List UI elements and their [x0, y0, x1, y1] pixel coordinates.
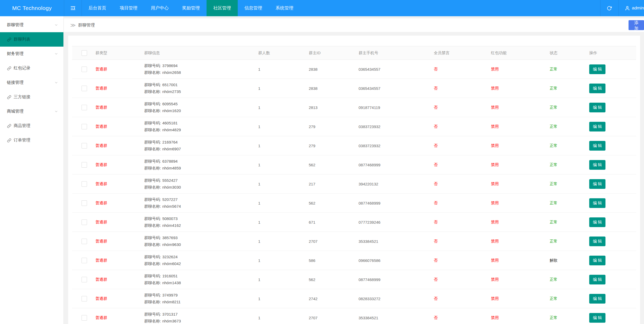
select-all-checkbox[interactable] [82, 50, 87, 56]
nav-item[interactable]: 奖励管理 [175, 0, 207, 16]
menu-toggle-button[interactable] [64, 0, 82, 16]
owner-id-cell: 2742 [309, 289, 359, 308]
status-text: 正常 [550, 162, 558, 167]
owner-phone-cell: 0966076586 [359, 251, 434, 270]
group-name-label: 群聊名称: [144, 166, 161, 170]
nav-item[interactable]: 信息管理 [238, 0, 269, 16]
sidebar-group[interactable]: 财务管理 [0, 47, 63, 61]
group-no-label: 群聊号码: [144, 274, 161, 278]
edit-button[interactable]: 编 辑 [589, 141, 605, 151]
group-info-cell: 群聊号码:5080073 群聊名称:nhóm4162 [144, 213, 258, 232]
owner-id-cell: 217 [309, 174, 359, 194]
app-logo: MC Technology [0, 0, 64, 16]
sidebar-group[interactable]: 商城管理 [0, 104, 63, 119]
group-no-value: 3749979 [162, 293, 177, 297]
group-name-value: nhóm4162 [162, 223, 181, 228]
members-cell: 1 [258, 251, 309, 270]
nav-item[interactable]: 后台首页 [82, 0, 113, 16]
edit-button[interactable]: 编 辑 [589, 275, 605, 284]
sidebar-item[interactable]: 商品管理 [0, 119, 63, 133]
row-checkbox[interactable] [82, 200, 87, 206]
group-no-value: 2169764 [162, 140, 177, 144]
sidebar-item[interactable]: 群聊列表 [0, 32, 63, 47]
status-text: 解散 [550, 258, 558, 262]
edit-button[interactable]: 编 辑 [589, 294, 605, 304]
row-checkbox[interactable] [82, 143, 87, 149]
group-type: 普通群 [95, 105, 107, 109]
group-name-label: 群聊名称: [144, 300, 161, 304]
members-cell: 1 [258, 98, 309, 117]
group-type: 普通群 [95, 239, 107, 243]
red-packet-value: 禁用 [491, 258, 499, 262]
red-packet-value: 禁用 [491, 143, 499, 148]
nav-item[interactable]: 社区管理 [207, 0, 238, 16]
row-checkbox[interactable] [82, 219, 87, 225]
edit-button[interactable]: 编 辑 [589, 198, 605, 208]
sidebar-group[interactable]: 链接管理 [0, 75, 63, 90]
col-header-owner-phone: 群主手机号 [359, 46, 434, 60]
table-row: 普通群 群聊号码:3749979 群聊名称:nhóm8211 1 2742 08… [72, 289, 636, 308]
row-checkbox[interactable] [82, 67, 87, 72]
red-packet-value: 禁用 [491, 105, 499, 109]
mute-all-value: 否 [434, 296, 438, 301]
edit-button[interactable]: 编 辑 [589, 64, 605, 74]
sidebar-item[interactable]: 红包记录 [0, 61, 63, 75]
add-group-button[interactable]: 添加群 [629, 20, 644, 30]
group-no-value: 6378894 [162, 159, 177, 163]
edit-button[interactable]: 编 辑 [589, 160, 605, 170]
sidebar-item[interactable]: 三方链接 [0, 90, 63, 104]
table-row: 普通群 群聊号码:3701317 群聊名称:nhóm3673 1 2707 35… [72, 308, 636, 324]
owner-phone-cell: 0828333272 [359, 289, 434, 308]
sidebar-item[interactable]: 订单管理 [0, 133, 63, 147]
row-checkbox[interactable] [82, 239, 87, 244]
row-checkbox[interactable] [82, 277, 87, 282]
edit-button[interactable]: 编 辑 [589, 256, 605, 265]
members-cell: 1 [258, 232, 309, 251]
group-name-label: 群聊名称: [144, 108, 161, 113]
sidebar-group[interactable]: 群聊管理 [0, 18, 63, 32]
nav-item[interactable]: 用户中心 [144, 0, 175, 16]
chevron-down-icon [54, 52, 58, 56]
owner-id-cell: 2838 [309, 79, 359, 98]
refresh-button[interactable] [600, 0, 619, 16]
group-table: 群类型 群聊信息 群人数 群主ID 群主手机号 全员禁言 红包功能 状态 操作 … [72, 46, 636, 324]
group-name-value: nhóm8211 [162, 300, 181, 304]
group-info-cell: 群聊号码:5207227 群聊名称:nhóm5674 [144, 194, 258, 213]
link-icon [7, 95, 11, 99]
group-name-label: 群聊名称: [144, 70, 161, 75]
edit-button[interactable]: 编 辑 [589, 84, 605, 93]
row-checkbox[interactable] [82, 296, 87, 301]
group-type: 普通群 [95, 162, 107, 167]
owner-phone-cell: 0777239246 [359, 213, 434, 232]
edit-button[interactable]: 编 辑 [589, 122, 605, 131]
edit-button[interactable]: 编 辑 [589, 217, 605, 227]
edit-button[interactable]: 编 辑 [589, 103, 605, 112]
nav-item[interactable]: 系统管理 [269, 0, 300, 16]
edit-button[interactable]: 编 辑 [589, 179, 605, 189]
row-checkbox[interactable] [82, 124, 87, 129]
status-text: 正常 [550, 277, 558, 282]
row-checkbox[interactable] [82, 105, 87, 110]
user-menu[interactable]: admin [619, 0, 644, 16]
sidebar-group-label: 财务管理 [7, 51, 24, 57]
row-checkbox[interactable] [82, 315, 87, 321]
group-no-label: 群聊号码: [144, 293, 161, 297]
group-info-cell: 群聊号码:5552427 群聊名称:nhóm3030 [144, 174, 258, 194]
nav-item[interactable]: 项目管理 [113, 0, 144, 16]
row-checkbox[interactable] [82, 86, 87, 91]
group-type: 普通群 [95, 67, 107, 71]
edit-button[interactable]: 编 辑 [589, 313, 605, 323]
edit-button[interactable]: 编 辑 [589, 237, 605, 246]
row-checkbox[interactable] [82, 181, 87, 187]
table-row: 普通群 群聊号码:3232624 群聊名称:nhóm6042 1 586 096… [72, 251, 636, 270]
row-checkbox[interactable] [82, 162, 87, 168]
group-no-label: 群聊号码: [144, 102, 161, 106]
members-cell: 1 [258, 79, 309, 98]
owner-id-cell: 562 [309, 194, 359, 213]
row-checkbox[interactable] [82, 258, 87, 263]
status-text: 正常 [550, 182, 558, 186]
group-no-value: 5552427 [162, 178, 177, 183]
group-no-label: 群聊号码: [144, 197, 161, 202]
refresh-icon [607, 6, 612, 11]
group-name-label: 群聊名称: [144, 128, 161, 132]
